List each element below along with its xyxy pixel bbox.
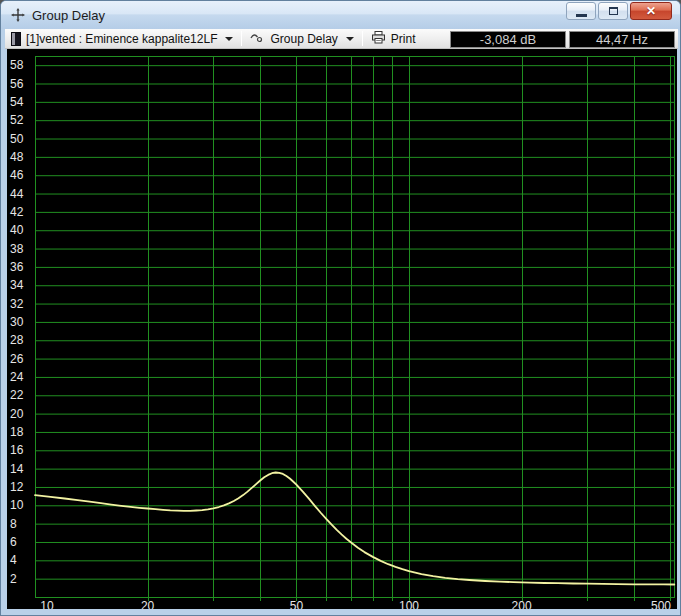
- toolbar-separator: [241, 31, 242, 46]
- move-crosshair-icon: [10, 7, 26, 23]
- svg-text:30: 30: [10, 315, 24, 329]
- cursor-frequency-readout: 44,47 Hz: [569, 31, 675, 48]
- svg-text:12: 12: [10, 480, 24, 494]
- print-label: Print: [391, 32, 416, 46]
- graph-type-select[interactable]: Group Delay: [244, 29, 359, 48]
- svg-text:2: 2: [10, 572, 17, 586]
- x-tick-labels: 102050100200500: [40, 599, 671, 609]
- group-delay-chart[interactable]: 5856545250484644424038363432302826242220…: [7, 49, 677, 609]
- svg-text:40: 40: [10, 223, 24, 237]
- svg-text:26: 26: [10, 352, 24, 366]
- cursor-level-readout: -3,084 dB: [450, 31, 566, 48]
- svg-text:58: 58: [10, 58, 24, 72]
- svg-text:44: 44: [10, 187, 24, 201]
- print-button[interactable]: Print: [365, 29, 427, 48]
- driver-select-value: [1]vented : Eminence kappalite12LF: [26, 32, 217, 46]
- svg-text:20: 20: [10, 407, 24, 421]
- svg-text:50: 50: [290, 599, 304, 609]
- printer-icon: [371, 31, 386, 47]
- toolbar: [1]vented : Eminence kappalite12LF Group…: [5, 29, 678, 49]
- svg-text:8: 8: [10, 517, 17, 531]
- svg-text:50: 50: [10, 132, 24, 146]
- svg-text:10: 10: [40, 599, 54, 609]
- restore-icon: [609, 7, 618, 15]
- restore-button[interactable]: [598, 2, 628, 20]
- svg-text:46: 46: [10, 168, 24, 182]
- svg-text:38: 38: [10, 242, 24, 256]
- svg-text:24: 24: [10, 370, 24, 384]
- minimize-button[interactable]: [566, 2, 596, 20]
- svg-text:10: 10: [10, 498, 24, 512]
- titlebar[interactable]: Group Delay ✕: [1, 1, 680, 29]
- graph-type-value: Group Delay: [270, 32, 337, 46]
- close-button[interactable]: ✕: [630, 2, 672, 20]
- svg-text:4: 4: [10, 553, 17, 567]
- window-title: Group Delay: [32, 8, 105, 23]
- svg-text:54: 54: [10, 95, 24, 109]
- wave-icon: [250, 32, 265, 46]
- svg-text:16: 16: [10, 443, 24, 457]
- chevron-down-icon: [225, 37, 233, 41]
- minimize-icon: [576, 14, 587, 17]
- gridlines: [35, 56, 674, 601]
- svg-text:6: 6: [10, 535, 17, 549]
- close-icon: ✕: [646, 4, 656, 18]
- svg-text:34: 34: [10, 278, 24, 292]
- svg-text:42: 42: [10, 205, 24, 219]
- svg-text:32: 32: [10, 297, 24, 311]
- svg-text:500: 500: [651, 599, 671, 609]
- group-delay-window: Group Delay ✕ [1]vented : Eminence kappa…: [0, 0, 681, 616]
- svg-text:20: 20: [141, 599, 155, 609]
- svg-text:200: 200: [512, 599, 532, 609]
- svg-text:100: 100: [399, 599, 419, 609]
- chevron-down-icon: [346, 37, 354, 41]
- plot-area[interactable]: 5856545250484644424038363432302826242220…: [7, 49, 677, 609]
- svg-text:52: 52: [10, 113, 24, 127]
- svg-text:14: 14: [10, 462, 24, 476]
- speaker-cabinet-icon: [11, 32, 21, 46]
- svg-text:28: 28: [10, 333, 24, 347]
- svg-text:18: 18: [10, 425, 24, 439]
- svg-text:22: 22: [10, 388, 24, 402]
- svg-text:48: 48: [10, 150, 24, 164]
- y-tick-labels: 5856545250484644424038363432302826242220…: [10, 58, 24, 585]
- toolbar-separator: [362, 31, 363, 46]
- svg-text:36: 36: [10, 260, 24, 274]
- driver-select[interactable]: [1]vented : Eminence kappalite12LF: [5, 29, 239, 48]
- svg-text:56: 56: [10, 77, 24, 91]
- delay-curve: [35, 473, 674, 585]
- plot-border: [36, 57, 675, 598]
